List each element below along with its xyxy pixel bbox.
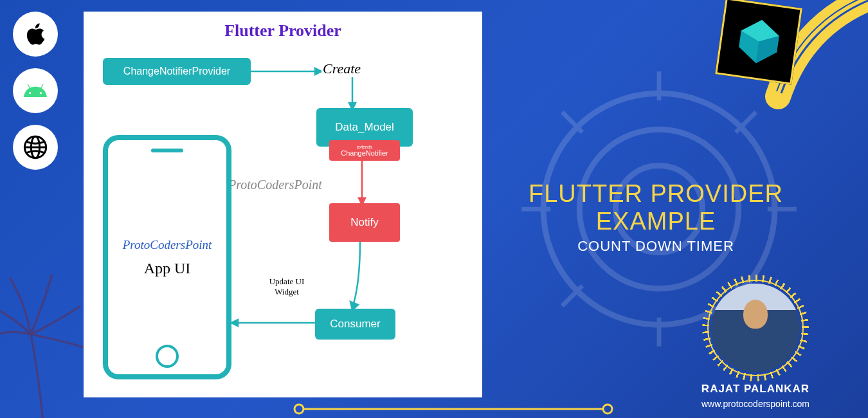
svg-point-26 <box>294 404 303 413</box>
phone-brand-text: ProtoCodersPoint <box>123 238 212 252</box>
diagram-title: Flutter Provider <box>93 21 473 41</box>
platform-icons-sidebar <box>13 12 58 170</box>
phone-app-ui-text: App UI <box>144 260 191 277</box>
svg-marker-22 <box>231 320 238 326</box>
notify-box: Notify <box>329 203 400 242</box>
headline: FLUTTER PROVIDER EXAMPLE COUNT DOWN TIME… <box>482 180 829 255</box>
update-ui-label: Update UI Widget <box>261 277 312 297</box>
flutter-logo-badge <box>715 0 802 85</box>
diagram-card: Flutter Provider ChangeNotifierProvider … <box>84 12 482 397</box>
watermark-text: ProtoCodersPoint <box>228 177 322 192</box>
author-website: www.protocoderspoint.com <box>675 399 836 409</box>
change-notifier-provider-box: ChangeNotifierProvider <box>103 58 251 85</box>
globe-icon <box>13 125 58 170</box>
headline-sub: COUNT DOWN TIMER <box>482 238 829 255</box>
android-icon <box>13 68 58 113</box>
consumer-box: Consumer <box>315 309 395 340</box>
headline-main: FLUTTER PROVIDER EXAMPLE <box>482 180 829 235</box>
create-label: Create <box>323 60 361 77</box>
svg-point-28 <box>603 404 612 413</box>
svg-marker-15 <box>315 68 321 75</box>
bottom-divider <box>293 403 614 415</box>
phone-mockup: ProtoCodersPoint App UI <box>103 135 231 379</box>
author-name: RAJAT PALANKAR <box>675 383 836 395</box>
change-notifier-box: extendsChangeNotifier <box>329 140 400 161</box>
author-photo-badge <box>707 280 804 376</box>
apple-icon <box>13 12 58 57</box>
